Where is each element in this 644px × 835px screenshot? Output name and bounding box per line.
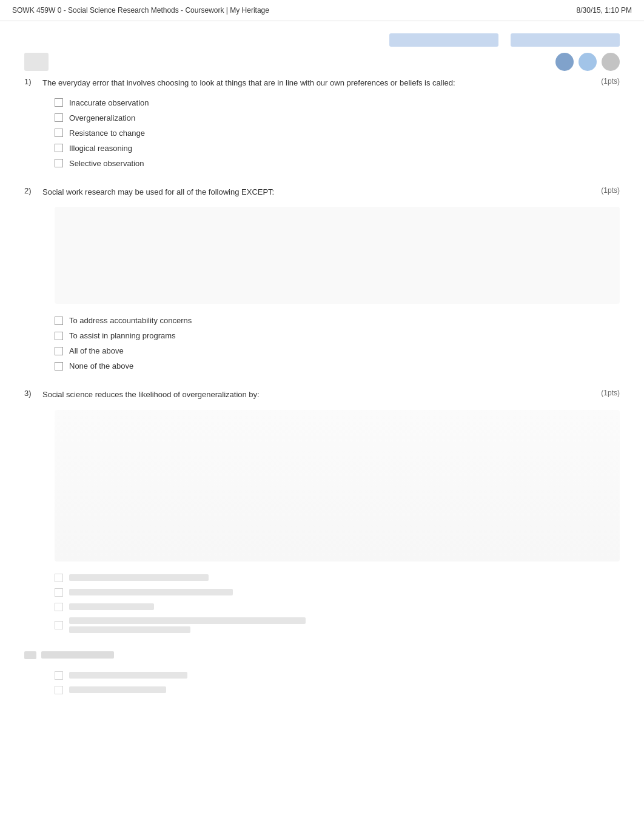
radio-resistance-to-change[interactable]: [55, 129, 63, 137]
action-button-1[interactable]: [555, 53, 574, 71]
question-4-block: [24, 651, 620, 694]
question-2-text: Social work research may be used for all…: [42, 186, 592, 198]
question-1-text: The everyday error that involves choosin…: [42, 77, 592, 89]
option-row: To assist in planning programs: [55, 331, 620, 340]
option-label-accountability: To address accountability concerns: [69, 316, 192, 325]
blurred-option-3: [55, 603, 620, 611]
question-3-header: 3) Social science reduces the likelihood…: [24, 389, 620, 401]
option-label-all-of-above: All of the above: [69, 346, 124, 355]
option-row: All of the above: [55, 346, 620, 355]
radio-accountability[interactable]: [55, 317, 63, 325]
question-1-points: (1pts): [601, 77, 620, 86]
banner-link-1[interactable]: [389, 33, 498, 47]
option-label-illogical-reasoning: Illogical reasoning: [69, 144, 132, 153]
radio-blurred-3[interactable]: [55, 603, 63, 611]
option-row: Illogical reasoning: [55, 144, 620, 153]
blurred-q4-option-text-2: [69, 686, 166, 693]
question-4-number-blurred: [24, 651, 36, 659]
option-row: Overgeneralization: [55, 113, 620, 122]
option-label-selective-observation: Selective observation: [69, 159, 144, 168]
radio-blurred-4[interactable]: [55, 621, 63, 629]
option-label-resistance-to-change: Resistance to change: [69, 129, 145, 138]
question-3-blurred-options: [55, 574, 620, 633]
question-4-blurred-options: [55, 671, 620, 694]
radio-blurred-2[interactable]: [55, 588, 63, 597]
option-label-planning-programs: To assist in planning programs: [69, 331, 176, 340]
user-info-row: [24, 53, 620, 71]
question-3-blurred-area: [55, 410, 620, 562]
blurred-q4-option-1: [55, 671, 620, 680]
blurred-option-text-3: [69, 603, 154, 610]
option-row: To address accountability concerns: [55, 316, 620, 325]
page-header: SOWK 459W 0 - Social Science Research Me…: [0, 0, 644, 21]
option-row: Selective observation: [55, 159, 620, 168]
option-row: Inaccurate observation: [55, 98, 620, 107]
radio-blurred-q4-2[interactable]: [55, 686, 63, 694]
question-3-number: 3): [24, 389, 42, 398]
main-content: 1) The everyday error that involves choo…: [0, 21, 644, 725]
question-1-block: 1) The everyday error that involves choo…: [24, 77, 620, 168]
question-4-text-blurred: [41, 651, 114, 659]
question-2-options: To address accountability concerns To as…: [55, 316, 620, 371]
question-3-block: 3) Social science reduces the likelihood…: [24, 389, 620, 633]
option-row: None of the above: [55, 361, 620, 371]
blurred-option-text-4b: [69, 626, 190, 633]
option-label-inaccurate-observation: Inaccurate observation: [69, 98, 149, 107]
page-title: SOWK 459W 0 - Social Science Research Me…: [12, 6, 269, 15]
radio-selective-observation[interactable]: [55, 159, 63, 167]
option-label-overgeneralization: Overgeneralization: [69, 113, 135, 122]
blurred-option-1: [55, 574, 620, 582]
question-2-block: 2) Social work research may be used for …: [24, 186, 620, 371]
option-row: Resistance to change: [55, 129, 620, 138]
user-avatar: [24, 53, 49, 71]
banner-link-2[interactable]: [511, 33, 620, 47]
blurred-q4-option-text-1: [69, 672, 187, 679]
blurred-option-text-1: [69, 574, 209, 581]
page-datetime: 8/30/15, 1:10 PM: [577, 6, 632, 15]
radio-inaccurate-observation[interactable]: [55, 98, 63, 107]
question-2-image-area: [55, 207, 620, 304]
action-button-2[interactable]: [579, 53, 597, 71]
question-2-header: 2) Social work research may be used for …: [24, 186, 620, 198]
radio-overgeneralization[interactable]: [55, 113, 63, 122]
radio-none-of-above[interactable]: [55, 362, 63, 371]
question-2-points: (1pts): [601, 186, 620, 195]
option-label-none-of-above: None of the above: [69, 361, 133, 371]
radio-blurred-q4-1[interactable]: [55, 671, 63, 680]
question-1-header: 1) The everyday error that involves choo…: [24, 77, 620, 89]
radio-planning-programs[interactable]: [55, 332, 63, 340]
blurred-option-text-2: [69, 589, 233, 595]
question-3-text: Social science reduces the likelihood of…: [42, 389, 592, 401]
blurred-q4-option-2: [55, 686, 620, 694]
action-button-3[interactable]: [602, 53, 620, 71]
blurred-option-2: [55, 588, 620, 597]
action-buttons: [555, 53, 620, 71]
radio-all-of-above[interactable]: [55, 347, 63, 355]
top-banner: [24, 33, 620, 47]
question-1-options: Inaccurate observation Overgeneralizatio…: [55, 98, 620, 168]
radio-illogical-reasoning[interactable]: [55, 144, 63, 152]
radio-blurred-1[interactable]: [55, 574, 63, 582]
question-2-number: 2): [24, 186, 42, 195]
blurred-option-text-4a: [69, 617, 306, 624]
question-3-points: (1pts): [601, 389, 620, 397]
question-4-header: [24, 651, 620, 659]
blurred-option-4: [55, 617, 620, 633]
question-1-number: 1): [24, 77, 42, 86]
